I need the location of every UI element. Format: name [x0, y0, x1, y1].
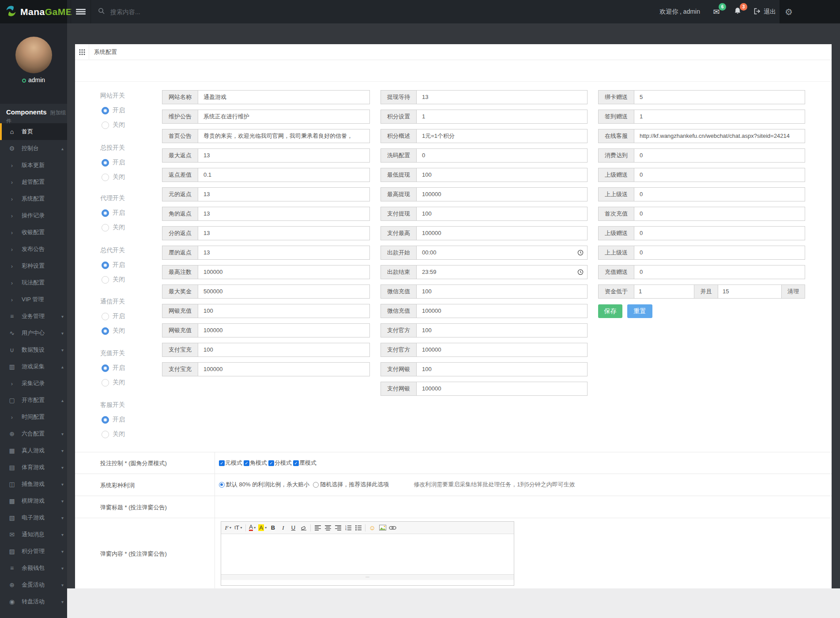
bet-mode-角模式[interactable]: ✓角模式 — [244, 459, 267, 467]
sidebar-item-通知消息[interactable]: ✉通知消息▾ — [0, 526, 67, 543]
highlight-color-icon[interactable]: A▼ — [258, 523, 268, 533]
sidebar-item-金蛋活动[interactable]: ⊕金蛋活动▾ — [0, 576, 67, 593]
field-input[interactable]: 5 — [634, 90, 805, 104]
sidebar-item-六合配置[interactable]: ⊕六合配置▾ — [0, 425, 67, 442]
field-input[interactable]: 13 — [198, 207, 370, 221]
link-icon[interactable] — [388, 523, 398, 533]
ordered-list-icon[interactable]: 123 — [343, 523, 353, 533]
field-input[interactable]: 100000 — [198, 323, 370, 337]
radio-selected-icon[interactable] — [102, 159, 109, 167]
field-input[interactable]: 0.1 — [198, 168, 370, 182]
bet-mode-元模式[interactable]: ✓元模式 — [219, 459, 242, 467]
field-input[interactable]: 0 — [634, 168, 805, 182]
radio-option-开启[interactable]: 开启 — [102, 416, 125, 424]
radio-option-开启[interactable]: 开启 — [102, 159, 125, 167]
field-input[interactable]: 500000 — [198, 284, 370, 299]
emoji-icon[interactable]: ☺ — [367, 523, 377, 533]
radio-option-关闭[interactable]: 关闭 — [102, 173, 125, 181]
field-input[interactable]: 100000 — [417, 343, 588, 357]
radio-selected-icon[interactable] — [102, 416, 109, 424]
field-input[interactable]: 100 — [417, 207, 588, 221]
sidebar-item-收银配置[interactable]: ›收银配置 — [0, 224, 67, 241]
avatar[interactable] — [15, 37, 52, 73]
sidebar-item-控制台[interactable]: ⚙控制台▴ — [0, 140, 67, 157]
radio-option-关闭[interactable]: 关闭 — [102, 276, 125, 284]
bold-icon[interactable]: B — [268, 523, 278, 533]
field-input[interactable]: 0 — [634, 246, 805, 260]
profit-random-radio[interactable] — [313, 482, 319, 488]
field-input[interactable]: 100 — [198, 304, 370, 318]
sidebar-item-开市配置[interactable]: ▢开市配置▴ — [0, 392, 67, 409]
radio-selected-icon[interactable] — [102, 327, 109, 335]
field-input[interactable]: 0 — [634, 207, 805, 221]
field-input[interactable]: 0 — [417, 148, 588, 163]
field-input[interactable]: 100 — [417, 284, 588, 299]
funds-value1-input[interactable]: 1 — [634, 284, 694, 299]
radio-option-开启[interactable]: 开启 — [102, 106, 125, 114]
sidebar-item-真人游戏[interactable]: ▦真人游戏▾ — [0, 442, 67, 459]
sidebar-toggle-button[interactable] — [71, 0, 91, 23]
image-icon[interactable] — [377, 523, 388, 533]
font-color-icon[interactable]: A▼ — [248, 523, 258, 533]
profit-default-radio[interactable] — [219, 482, 225, 488]
field-input[interactable]: 13 — [417, 90, 588, 104]
sidebar-item-积分管理[interactable]: ▨积分管理▾ — [0, 543, 67, 560]
field-input[interactable]: 100 — [417, 323, 588, 337]
field-input[interactable]: 13 — [198, 187, 370, 201]
radio-option-关闭[interactable]: 关闭 — [102, 430, 125, 438]
field-input[interactable]: 100000 — [417, 304, 588, 318]
sidebar-item-采集记录[interactable]: ›采集记录 — [0, 375, 67, 392]
field-input[interactable]: 0 — [634, 187, 805, 201]
funds-value2-input[interactable]: 15 — [718, 284, 782, 299]
field-input[interactable]: 100000 — [417, 226, 588, 240]
reset-button[interactable]: 重置 — [627, 304, 652, 318]
radio-selected-icon[interactable] — [102, 364, 109, 372]
radio-option-关闭[interactable]: 关闭 — [102, 327, 125, 335]
underline-icon[interactable]: U — [288, 523, 298, 533]
field-input[interactable]: 100000 — [417, 382, 588, 396]
field-input[interactable]: 13 — [198, 246, 370, 260]
radio-option-开启[interactable]: 开启 — [102, 364, 125, 372]
field-input[interactable]: 100000 — [417, 187, 588, 201]
field-input[interactable]: http://kf.wangzhankefu.cn/webchat/chat.a… — [634, 129, 805, 143]
settings-button[interactable]: ⚙ — [780, 0, 840, 23]
notifications-button[interactable]: 3 — [733, 7, 742, 17]
save-button[interactable]: 保存 — [598, 304, 622, 318]
field-input[interactable]: 13 — [198, 226, 370, 240]
field-input[interactable]: 100 — [417, 168, 588, 182]
radio-selected-icon[interactable] — [102, 262, 109, 269]
unordered-list-icon[interactable] — [353, 523, 363, 533]
radio-icon[interactable] — [102, 313, 109, 320]
checkbox-checked-icon[interactable]: ✓ — [293, 460, 299, 466]
radio-selected-icon[interactable] — [102, 107, 109, 114]
field-input[interactable]: 通盈游戏 — [198, 90, 370, 104]
field-input[interactable]: 尊贵的来宾，欢迎光临我司官网，我司秉承着良好的信誉， — [198, 129, 370, 143]
funds-clear-button[interactable]: 清理 — [782, 284, 805, 299]
field-input[interactable]: 0 — [634, 148, 805, 163]
radio-icon[interactable] — [102, 431, 109, 438]
checkbox-checked-icon[interactable]: ✓ — [268, 460, 274, 466]
sidebar-item-玩法配置[interactable]: ›玩法配置 — [0, 274, 67, 291]
italic-icon[interactable]: I — [278, 523, 288, 533]
radio-option-关闭[interactable]: 关闭 — [102, 379, 125, 387]
field-input[interactable]: 1 — [417, 110, 588, 124]
grid-icon[interactable] — [79, 49, 85, 57]
bet-mode-厘模式[interactable]: ✓厘模式 — [293, 459, 316, 467]
bet-mode-分模式[interactable]: ✓分模式 — [268, 459, 292, 467]
radio-option-开启[interactable]: 开启 — [102, 312, 125, 320]
sidebar-item-VIP 管理[interactable]: ›VIP 管理 — [0, 291, 67, 308]
radio-option-开启[interactable]: 开启 — [102, 261, 125, 269]
radio-icon[interactable] — [102, 121, 109, 129]
app-logo[interactable]: ManaGaME — [0, 0, 67, 23]
radio-option-开启[interactable]: 开启 — [102, 209, 125, 217]
field-input[interactable]: 100 — [198, 343, 370, 357]
sidebar-item-彩种设置[interactable]: ›彩种设置 — [0, 258, 67, 274]
sidebar-item-首页[interactable]: ⌂首页 — [0, 123, 67, 140]
radio-icon[interactable] — [102, 379, 109, 387]
align-left-icon[interactable] — [313, 523, 323, 533]
radio-icon[interactable] — [102, 224, 109, 231]
sidebar-item-时间配置[interactable]: ›时间配置 — [0, 409, 67, 425]
sidebar-item-游戏采集[interactable]: ▥游戏采集▴ — [0, 358, 67, 375]
checkbox-checked-icon[interactable]: ✓ — [219, 460, 225, 466]
sidebar-item-操作记录[interactable]: ›操作记录 — [0, 207, 67, 224]
